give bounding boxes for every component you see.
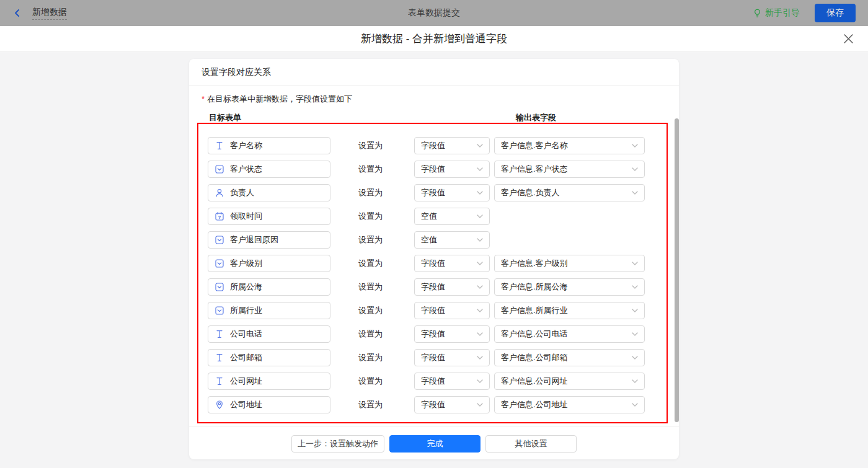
target-field-label: 公司电话 [230, 329, 262, 340]
value-mode-select[interactable]: 字段值 [414, 278, 490, 296]
chevron-down-icon [632, 191, 638, 195]
required-asterisk: * [202, 94, 205, 104]
target-field-input[interactable]: 领取时间 [208, 208, 330, 225]
set-as-label: 设置为 [358, 352, 383, 363]
value-mode-select[interactable]: 字段值 [414, 161, 490, 178]
value-mode-select[interactable]: 字段值 [414, 184, 490, 201]
chevron-down-icon [632, 144, 638, 148]
value-mode-select[interactable]: 字段值 [414, 302, 490, 319]
target-field-input[interactable]: 所属公海 [208, 278, 330, 296]
dialog-title: 新增数据 - 合并新增到普通字段 [361, 32, 507, 46]
set-as-label: 设置为 [358, 164, 383, 175]
chevron-down-icon [632, 356, 638, 360]
field-mapping-row: 客户退回原因 设置为 空值 [208, 231, 666, 249]
chevron-down-icon [477, 285, 483, 289]
field-mapping-row: 客户级别 设置为 字段值 客户信息.客户级别 [208, 255, 666, 272]
value-mode-select[interactable]: 字段值 [414, 349, 490, 366]
text-field-icon [215, 353, 224, 363]
lightbulb-icon [753, 8, 762, 18]
column-header-output-fields: 输出表字段 [516, 112, 556, 123]
output-field-select[interactable]: 客户信息.所属行业 [494, 302, 645, 319]
target-field-input[interactable]: 负责人 [208, 184, 330, 201]
chevron-down-icon [477, 238, 483, 242]
target-field-input[interactable]: 公司电话 [208, 325, 330, 343]
chevron-down-icon [632, 262, 638, 265]
back-label[interactable]: 新增数据 [32, 7, 67, 20]
target-field-label: 公司地址 [230, 399, 262, 410]
card-footer: 上一步：设置触发动作 完成 其他设置 [189, 426, 679, 459]
target-field-label: 所属公海 [230, 281, 262, 293]
vertical-scrollbar[interactable] [675, 118, 679, 422]
chevron-down-icon [477, 309, 483, 312]
set-as-label: 设置为 [358, 329, 383, 340]
target-field-input[interactable]: 客户状态 [208, 161, 330, 178]
value-mode-select[interactable]: 字段值 [414, 396, 490, 413]
target-field-label: 负责人 [230, 187, 254, 198]
target-field-input[interactable]: 公司邮箱 [208, 349, 330, 366]
chevron-down-icon [632, 167, 638, 171]
chevron-down-icon [477, 191, 483, 195]
text-field-icon [215, 141, 224, 151]
field-mapping-card: 设置字段对应关系 *在目标表单中新增数据，字段值设置如下 目标表单 输出表字段 … [189, 59, 679, 459]
set-as-label: 设置为 [358, 258, 383, 269]
column-header-target-form: 目标表单 [209, 112, 241, 123]
target-field-input[interactable]: 客户级别 [208, 255, 330, 272]
output-field-select[interactable]: 客户信息.公司邮箱 [494, 349, 645, 366]
target-field-input[interactable]: 公司网址 [208, 373, 330, 390]
target-field-label: 领取时间 [230, 211, 262, 222]
target-field-input[interactable]: 公司地址 [208, 396, 330, 413]
output-field-select[interactable]: 客户信息.客户状态 [494, 161, 645, 178]
value-mode-select[interactable]: 空值 [414, 208, 490, 225]
finish-button[interactable]: 完成 [389, 435, 480, 453]
value-mode-select[interactable]: 空值 [414, 231, 490, 249]
value-mode-select[interactable]: 字段值 [414, 325, 490, 343]
person-field-icon [215, 188, 224, 198]
dialog-body: 设置字段对应关系 *在目标表单中新增数据，字段值设置如下 目标表单 输出表字段 … [0, 52, 868, 468]
target-field-input[interactable]: 客户名称 [208, 137, 330, 154]
select-field-icon [215, 164, 224, 174]
set-as-label: 设置为 [358, 140, 383, 151]
target-field-label: 所属行业 [230, 305, 262, 316]
location-field-icon [215, 400, 224, 410]
target-field-input[interactable]: 客户退回原因 [208, 231, 330, 249]
other-settings-button[interactable]: 其他设置 [485, 435, 577, 453]
chevron-down-icon [477, 262, 483, 265]
output-field-select[interactable]: 客户信息.公司电话 [494, 325, 645, 343]
output-field-select[interactable]: 客户信息.负责人 [494, 184, 645, 201]
text-field-icon [215, 329, 224, 339]
set-as-label: 设置为 [358, 376, 383, 387]
calendar-field-icon [215, 211, 224, 221]
beginner-guide-link[interactable]: 新手引导 [753, 7, 800, 19]
dialog-header: 新增数据 - 合并新增到普通字段 [0, 26, 868, 52]
select-field-icon [215, 258, 224, 268]
save-button[interactable]: 保存 [815, 4, 856, 22]
chevron-down-icon [477, 379, 483, 383]
field-mapping-row: 客户状态 设置为 字段值 客户信息.客户状态 [208, 161, 666, 178]
output-field-select[interactable]: 客户信息.公司网址 [494, 373, 645, 390]
field-mapping-row: 公司网址 设置为 字段值 客户信息.公司网址 [208, 373, 666, 390]
target-field-label: 公司网址 [230, 376, 262, 387]
output-field-select[interactable]: 客户信息.客户名称 [494, 137, 645, 154]
target-field-label: 客户级别 [230, 258, 262, 269]
field-mapping-row: 客户名称 设置为 字段值 客户信息.客户名称 [208, 137, 666, 154]
text-field-icon [215, 376, 224, 386]
output-field-select[interactable]: 客户信息.客户级别 [494, 255, 645, 272]
close-icon[interactable] [844, 34, 853, 43]
top-bar: 新增数据 表单数据提交 新手引导 保存 [0, 0, 868, 26]
target-field-label: 客户名称 [230, 140, 262, 151]
chevron-down-icon [477, 332, 483, 336]
value-mode-select[interactable]: 字段值 [414, 137, 490, 154]
chevron-down-icon [477, 167, 483, 171]
field-mapping-row: 所属公海 设置为 字段值 客户信息.所属公海 [208, 278, 666, 296]
chevron-down-icon [477, 403, 483, 407]
previous-step-button[interactable]: 上一步：设置触发动作 [291, 435, 384, 453]
output-field-select[interactable]: 客户信息.所属公海 [494, 278, 645, 296]
field-mapping-row: 领取时间 设置为 空值 [208, 208, 666, 225]
target-field-input[interactable]: 所属行业 [208, 302, 330, 319]
value-mode-select[interactable]: 字段值 [414, 373, 490, 390]
back-arrow-icon[interactable] [12, 8, 22, 18]
app-title: 表单数据提交 [0, 7, 868, 19]
output-field-select[interactable]: 客户信息.公司地址 [494, 396, 645, 413]
set-as-label: 设置为 [358, 305, 383, 316]
value-mode-select[interactable]: 字段值 [414, 255, 490, 272]
